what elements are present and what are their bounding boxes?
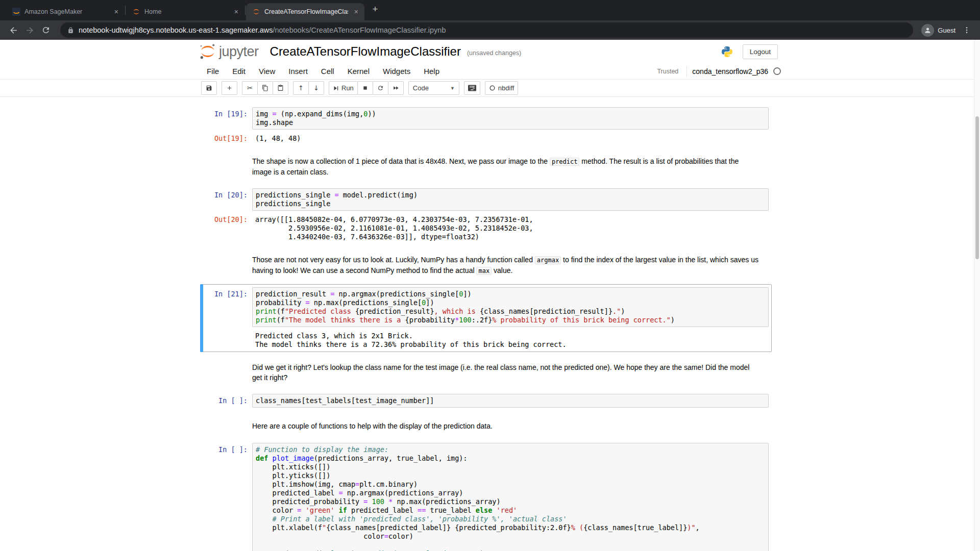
code-cell[interactable]: In [ ]:# Function to display the image:d… <box>200 440 772 551</box>
code-line: predictions_single = model.predict(img) <box>256 191 765 199</box>
browser-menu-button[interactable] <box>959 22 975 38</box>
code-cell[interactable]: In [21]:prediction_result = np.argmax(pr… <box>200 284 772 352</box>
markdown-text: Those are not not very easy for us to lo… <box>252 254 758 276</box>
cut-cell-button[interactable]: ✂ <box>242 81 258 95</box>
restart-run-all-button[interactable] <box>388 81 404 95</box>
forward-button[interactable] <box>21 22 38 38</box>
menu-insert[interactable]: Insert <box>282 67 314 76</box>
checkpoint-status: (unsaved changes) <box>467 49 521 57</box>
cell-code-input[interactable]: class_names[test_labels[test_image_numbe… <box>252 394 769 408</box>
markdown-text: Here are a couple of functions to help w… <box>252 420 493 432</box>
code-line <box>256 541 765 549</box>
markdown-cell[interactable]: Did we get it right? Let's lookup the cl… <box>200 358 772 386</box>
code-line: # Function to display the image: <box>256 445 765 454</box>
scissors-icon: ✂ <box>247 85 253 91</box>
tab-home[interactable]: Home × <box>126 3 244 20</box>
move-cell-down-button[interactable]: ↓ <box>308 81 324 95</box>
cell-type-value: Code <box>413 84 429 92</box>
back-button[interactable] <box>5 22 21 38</box>
input-prompt: In [ ]: <box>203 443 252 454</box>
output-prompt: Out[19]: <box>203 132 252 143</box>
python-logo-icon <box>721 45 733 58</box>
cell-code-input[interactable]: img = (np.expand_dims(img,0))img.shape <box>252 107 769 130</box>
input-prompt: In [21]: <box>203 287 252 298</box>
url-text: notebook-udtwigjh8cys.notebook.us-east-1… <box>79 26 446 34</box>
interrupt-kernel-button[interactable] <box>357 81 373 95</box>
jupyter-logo[interactable]: jupyter <box>198 42 259 61</box>
notebook-scroll-area[interactable]: In [19]:img = (np.expand_dims(img,0))img… <box>0 97 980 551</box>
markdown-cell[interactable]: Here are a couple of functions to help w… <box>200 417 772 435</box>
run-icon <box>333 85 339 91</box>
restart-kernel-button[interactable] <box>373 81 388 95</box>
menu-help[interactable]: Help <box>417 67 446 76</box>
jupyter-toolbar: ✂ ↑ ↓ Run Code ▼ <box>0 80 980 97</box>
menu-edit[interactable]: Edit <box>226 67 252 76</box>
code-line: probability = np.max(predictions_single[… <box>256 298 765 307</box>
reload-icon <box>41 26 51 35</box>
new-tab-button[interactable]: + <box>369 3 382 16</box>
url-domain: notebook-udtwigjh8cys.notebook.us-east-1… <box>79 26 273 34</box>
copy-icon <box>262 85 268 91</box>
markdown-text: The shape is now a collection of 1 piece… <box>252 155 758 177</box>
menu-kernel[interactable]: Kernel <box>341 67 376 76</box>
lock-icon <box>67 27 74 34</box>
input-prompt: In [ ]: <box>203 394 252 405</box>
code-line: color=color) <box>256 532 765 541</box>
run-cell-button[interactable]: Run <box>329 81 358 95</box>
cell-code-input[interactable]: # Function to display the image:def plot… <box>252 443 769 551</box>
tab-amazon-sagemaker[interactable]: Amazon SageMaker × <box>6 3 125 20</box>
tab-close-icon[interactable]: × <box>352 8 360 16</box>
paste-cell-button[interactable] <box>273 81 288 95</box>
command-palette-button[interactable] <box>464 81 480 95</box>
kernel-idle-indicator-icon <box>773 67 781 75</box>
code-cell[interactable]: In [ ]:class_names[test_labels[test_imag… <box>200 391 772 411</box>
move-cell-up-button[interactable]: ↑ <box>293 81 309 95</box>
arrow-down-icon: ↓ <box>313 85 319 91</box>
markdown-prompt-spacer <box>203 420 252 422</box>
page-scrollbar[interactable] <box>974 40 980 551</box>
jupyter-menubar: File Edit View Insert Cell Kernel Widget… <box>0 63 980 80</box>
jupyter-favicon-icon <box>132 8 140 16</box>
tab-title: Amazon SageMaker <box>24 8 108 15</box>
nbdiff-button[interactable]: nbdiff <box>485 81 519 95</box>
cell-type-dropdown[interactable]: Code ▼ <box>408 81 459 95</box>
cell-code-input[interactable]: prediction_result = np.argmax(prediction… <box>252 287 769 327</box>
scrollbar-thumb[interactable] <box>975 116 979 259</box>
nbdiff-icon <box>489 85 496 91</box>
markdown-cell[interactable]: Those are not not very easy for us to lo… <box>200 251 772 279</box>
browser-profile[interactable]: Guest <box>921 24 955 37</box>
tab-separator <box>245 6 246 15</box>
run-label: Run <box>341 84 354 92</box>
add-cell-button[interactable] <box>222 81 237 95</box>
refresh-icon <box>377 85 384 91</box>
code-line: color = 'green' if predicted_label == tr… <box>256 506 765 515</box>
menu-cell[interactable]: Cell <box>314 67 341 76</box>
keyboard-icon <box>468 85 476 91</box>
jupyter-logo-icon <box>198 42 217 61</box>
markdown-text: Did we get it right? Let's lookup the cl… <box>252 361 758 383</box>
profile-name: Guest <box>938 27 955 34</box>
reload-button[interactable] <box>38 22 54 38</box>
address-bar[interactable]: notebook-udtwigjh8cys.notebook.us-east-1… <box>60 22 913 38</box>
kernel-name: conda_tensorflow2_p36 <box>692 67 768 76</box>
tab-close-icon[interactable]: × <box>112 8 120 16</box>
tab-close-icon[interactable]: × <box>232 8 240 16</box>
cell-code-input[interactable]: predictions_single = model.predict(img)p… <box>252 188 769 211</box>
markdown-cell[interactable]: The shape is now a collection of 1 piece… <box>200 152 772 180</box>
output-prompt <box>203 329 252 332</box>
code-cell[interactable]: In [19]:img = (np.expand_dims(img,0))img… <box>200 104 772 146</box>
markdown-prompt-spacer <box>203 155 252 158</box>
copy-cell-button[interactable] <box>257 81 273 95</box>
code-line: predicted_label = np.argmax(predictions_… <box>256 489 765 497</box>
fast-forward-icon <box>393 85 399 91</box>
notebook-title[interactable]: CreateATensorFlowImageClassifier <box>270 44 461 59</box>
tab-notebook-active[interactable]: CreateATensorFlowImageClass × <box>246 3 364 20</box>
menu-widgets[interactable]: Widgets <box>376 67 417 76</box>
notebook-cells: In [19]:img = (np.expand_dims(img,0))img… <box>200 104 772 551</box>
menu-file[interactable]: File <box>200 67 226 76</box>
save-button[interactable] <box>201 81 217 95</box>
logout-button[interactable]: Logout <box>743 44 778 59</box>
menu-view[interactable]: View <box>252 67 282 76</box>
code-cell[interactable]: In [20]:predictions_single = model.predi… <box>200 185 772 244</box>
arrow-up-icon: ↑ <box>298 85 304 91</box>
